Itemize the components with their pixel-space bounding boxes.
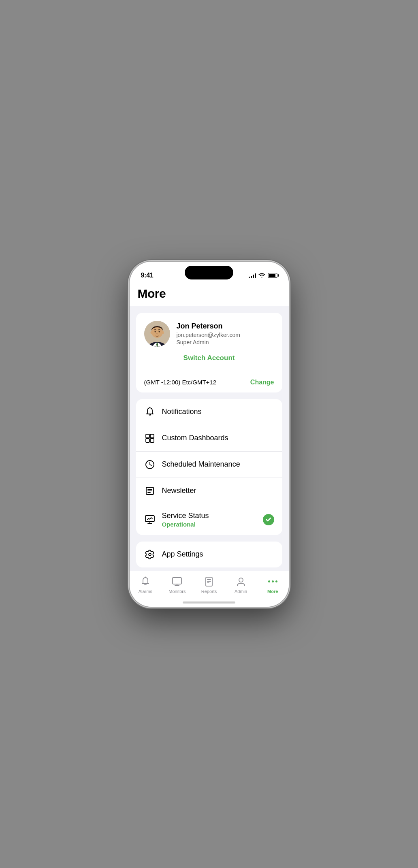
main-content: More xyxy=(130,284,289,573)
service-status-label: Service Status xyxy=(162,512,256,520)
alarms-tab-label: Alarms xyxy=(139,589,152,594)
phone-screen: 9:41 xyxy=(130,262,289,607)
page-title: More xyxy=(138,287,281,301)
user-name: Jon Peterson xyxy=(177,322,274,331)
battery-icon xyxy=(268,273,277,278)
menu-item-custom-dashboards[interactable]: Custom Dashboards xyxy=(136,425,282,452)
change-timezone-button[interactable]: Change xyxy=(250,379,274,386)
reports-tab-label: Reports xyxy=(201,589,217,594)
svg-point-6 xyxy=(158,331,160,332)
svg-rect-22 xyxy=(173,578,181,584)
more-tab-icon xyxy=(267,576,278,587)
menu-item-service-status[interactable]: Service Status Operational xyxy=(136,504,282,535)
menu-item-app-settings[interactable]: App Settings xyxy=(136,542,282,567)
service-status-text: Service Status Operational xyxy=(162,512,256,528)
reports-tab-icon xyxy=(203,576,215,587)
clock-icon xyxy=(144,459,156,470)
more-tab-label: More xyxy=(267,589,278,594)
phone-frame: 9:41 xyxy=(130,262,289,607)
bell-icon xyxy=(144,406,156,418)
monitors-tab-icon xyxy=(171,576,183,587)
admin-tab-label: Admin xyxy=(235,589,247,594)
svg-point-5 xyxy=(154,331,156,332)
wifi-icon xyxy=(258,273,265,278)
status-icons xyxy=(249,273,277,278)
svg-point-7 xyxy=(150,331,152,334)
timezone-row: (GMT -12:00) Etc/GMT+12 Change xyxy=(136,372,282,392)
menu-item-notifications[interactable]: Notifications xyxy=(136,399,282,425)
svg-point-29 xyxy=(239,578,243,582)
svg-rect-12 xyxy=(150,439,154,442)
settings-section: App Settings xyxy=(136,542,282,567)
signal-bars-icon xyxy=(249,273,256,278)
user-email: jon.peterson@zylker.com xyxy=(177,332,274,338)
svg-rect-25 xyxy=(206,577,212,586)
app-settings-label: App Settings xyxy=(162,550,274,559)
scheduled-maintenance-text: Scheduled Maintenance xyxy=(162,460,274,469)
tab-reports[interactable]: Reports xyxy=(193,574,225,595)
menu-item-scheduled-maintenance[interactable]: Scheduled Maintenance xyxy=(136,452,282,478)
menu-section: Notifications Custom Dashboard xyxy=(136,399,282,535)
admin-tab-icon xyxy=(235,576,247,587)
status-time: 9:41 xyxy=(141,272,154,279)
service-status-sublabel: Operational xyxy=(162,521,256,528)
notifications-text: Notifications xyxy=(162,407,274,416)
custom-dashboards-text: Custom Dashboards xyxy=(162,434,274,442)
svg-point-8 xyxy=(162,331,164,334)
operational-check-icon xyxy=(263,514,274,525)
menu-item-newsletter[interactable]: Newsletter xyxy=(136,478,282,504)
gear-icon xyxy=(144,549,156,560)
custom-dashboards-label: Custom Dashboards xyxy=(162,434,274,442)
svg-point-21 xyxy=(149,553,151,556)
newsletter-text: Newsletter xyxy=(162,486,274,495)
avatar xyxy=(144,321,170,347)
newsletter-label: Newsletter xyxy=(162,486,274,495)
svg-rect-9 xyxy=(146,434,149,438)
home-indicator xyxy=(183,601,235,604)
tab-more[interactable]: More xyxy=(257,574,289,595)
user-details: Jon Peterson jon.peterson@zylker.com Sup… xyxy=(177,322,274,345)
newsletter-icon xyxy=(144,485,156,497)
monitor-icon xyxy=(144,514,156,525)
svg-rect-10 xyxy=(150,434,154,438)
scheduled-maintenance-label: Scheduled Maintenance xyxy=(162,460,274,469)
app-settings-text: App Settings xyxy=(162,550,274,559)
alarms-tab-icon xyxy=(140,576,151,587)
user-role: Super Admin xyxy=(177,339,274,345)
tab-admin[interactable]: Admin xyxy=(225,574,257,595)
profile-card: Jon Peterson jon.peterson@zylker.com Sup… xyxy=(136,313,282,372)
notifications-label: Notifications xyxy=(162,407,274,416)
svg-rect-11 xyxy=(146,439,149,442)
tab-alarms[interactable]: Alarms xyxy=(130,574,162,595)
profile-info: Jon Peterson jon.peterson@zylker.com Sup… xyxy=(144,321,274,347)
timezone-text: (GMT -12:00) Etc/GMT+12 xyxy=(144,379,217,386)
dynamic-island xyxy=(185,266,233,279)
switch-account-button[interactable]: Switch Account xyxy=(144,352,274,364)
monitors-tab-label: Monitors xyxy=(168,589,186,594)
dashboard-icon xyxy=(144,433,156,444)
profile-section: Jon Peterson jon.peterson@zylker.com Sup… xyxy=(136,313,282,392)
tab-monitors[interactable]: Monitors xyxy=(161,574,193,595)
page-header: More xyxy=(130,284,289,306)
